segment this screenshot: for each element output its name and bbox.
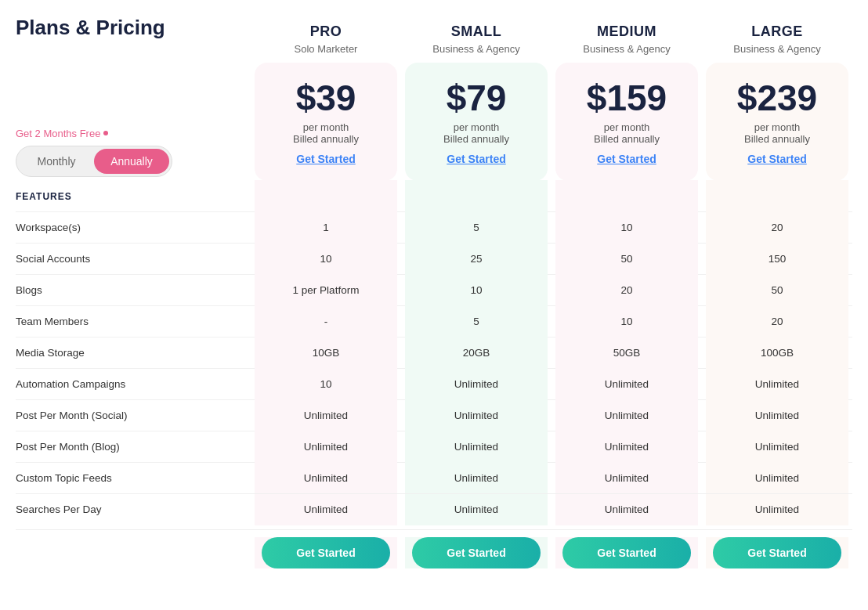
feature-val-7-0: Unlimited [255,431,397,462]
feature-label-2: Blogs [16,284,251,296]
feature-row-8: Custom Topic FeedsUnlimitedUnlimitedUnli… [16,463,852,494]
feature-val-0-2: 10 [555,211,698,243]
plan-price-large: $239 per month Billed annually Get Start… [706,63,848,181]
bottom-get-started-small[interactable]: Get Started [412,537,541,568]
annually-toggle[interactable]: Annually [94,149,169,174]
feature-label-9: Searches Per Day [16,504,251,515]
period-pro: per month [262,121,389,133]
plan-subtitle-small: Business & Agency [405,43,548,55]
billing-medium: Billed annually [563,133,690,145]
feature-rows-container: Workspace(s)151020Social Accounts1025501… [16,212,852,525]
features-wrapper: FEATURES Workspace(s)151020Social Accoun… [16,181,852,576]
feature-val-3-3: 20 [706,305,848,337]
features-label-row: FEATURES [16,181,852,212]
plan-header-pro: PRO Solo Marketer [251,16,401,63]
feature-row-5: Automation Campaigns10UnlimitedUnlimited… [16,369,852,400]
feature-label-4: Media Storage [16,347,251,359]
feature-val-5-0: 10 [255,368,397,399]
period-large: per month [714,121,841,133]
feature-val-5-1: Unlimited [405,368,548,399]
billing-pro: Billed annually [262,133,389,145]
btn-cell-pro: Get Started [255,537,397,568]
feature-val-9-1: Unlimited [405,494,548,525]
feature-label-8: Custom Topic Feeds [16,472,251,484]
feat-header-medium [555,180,698,211]
feature-val-2-0: 1 per Platform [255,274,397,305]
feature-val-1-0: 10 [255,243,397,274]
bottom-cta-row: Get Started Get Started Get Started Get … [16,529,852,576]
get-started-link-medium[interactable]: Get Started [563,153,690,165]
btn-cell-small: Get Started [405,537,548,568]
feature-val-4-1: 20GB [405,337,548,368]
plan-card-medium: $159 per month Billed annually Get Start… [555,63,698,181]
feature-val-1-2: 50 [555,243,698,274]
feature-values-8: UnlimitedUnlimitedUnlimitedUnlimited [251,462,852,493]
period-small: per month [413,121,540,133]
feature-values-9: UnlimitedUnlimitedUnlimitedUnlimited [251,494,852,525]
feature-val-2-3: 50 [706,274,848,305]
feature-row-3: Team Members-51020 [16,306,852,337]
feature-row-1: Social Accounts102550150 [16,244,852,275]
feature-val-3-1: 5 [405,305,548,337]
feature-val-0-1: 5 [405,211,548,243]
feat-header-large [706,180,848,211]
feature-values-2: 1 per Platform102050 [251,274,852,305]
feature-val-2-2: 20 [555,274,698,305]
feature-values-5: 10UnlimitedUnlimitedUnlimited [251,368,852,399]
billing-toggle[interactable]: Monthly Annually [16,146,172,177]
feature-label-0: Workspace(s) [16,222,251,233]
feature-values-7: UnlimitedUnlimitedUnlimitedUnlimited [251,431,852,462]
feature-val-4-2: 50GB [555,337,698,368]
price-cards-row: $39 per month Billed annually Get Starte… [251,63,852,181]
plan-price-pro: $39 per month Billed annually Get Starte… [255,63,397,181]
features-label: FEATURES [16,190,251,202]
price-small: $79 [413,78,540,118]
price-medium: $159 [563,78,690,118]
feature-val-3-2: 10 [555,305,698,337]
period-medium: per month [563,121,690,133]
feature-label-7: Post Per Month (Blog) [16,441,251,453]
feature-row-7: Post Per Month (Blog)UnlimitedUnlimitedU… [16,431,852,463]
bottom-get-started-large[interactable]: Get Started [713,537,841,568]
feature-values-4: 10GB20GB50GB100GB [251,337,852,368]
feature-val-8-0: Unlimited [255,462,397,493]
feature-val-7-1: Unlimited [405,431,548,462]
left-header: Plans & Pricing [16,16,251,40]
top-section: Get 2 Months Free Monthly Annually $39 p… [16,63,852,181]
get-started-link-large[interactable]: Get Started [714,153,841,165]
plan-price-small: $79 per month Billed annually Get Starte… [405,63,548,181]
feature-val-6-0: Unlimited [255,399,397,431]
bottom-get-started-medium[interactable]: Get Started [562,537,691,568]
feature-val-6-3: Unlimited [706,399,848,431]
header-row: Plans & Pricing PRO Solo Marketer SMALL … [16,16,852,63]
btn-cell-large: Get Started [706,537,848,568]
monthly-toggle[interactable]: Monthly [19,149,94,174]
get-started-link-small[interactable]: Get Started [413,153,540,165]
features-val-cells-header [251,180,852,211]
feature-row-6: Post Per Month (Social)UnlimitedUnlimite… [16,400,852,431]
plan-name-medium: MEDIUM [555,23,698,40]
feature-val-4-0: 10GB [255,337,397,368]
price-large: $239 [714,78,841,118]
left-top: Get 2 Months Free Monthly Annually [16,63,251,181]
feature-val-1-1: 25 [405,243,548,274]
plan-name-pro: PRO [255,23,397,40]
plan-header-medium: MEDIUM Business & Agency [552,16,702,63]
feature-val-7-3: Unlimited [706,431,848,462]
feature-row-2: Blogs1 per Platform102050 [16,275,852,306]
plan-card-large: $239 per month Billed annually Get Start… [706,63,848,181]
feature-val-4-3: 100GB [706,337,848,368]
get-free-label: Get 2 Months Free [16,128,251,139]
plans-header: PRO Solo Marketer SMALL Business & Agenc… [251,16,852,63]
feature-row-9: Searches Per DayUnlimitedUnlimitedUnlimi… [16,494,852,525]
feature-val-9-3: Unlimited [706,494,848,525]
feature-val-0-0: 1 [255,211,397,243]
feature-row-4: Media Storage10GB20GB50GB100GB [16,337,852,369]
plan-name-small: SMALL [405,23,548,40]
feature-label-3: Team Members [16,316,251,327]
bottom-get-started-pro[interactable]: Get Started [262,537,390,568]
get-started-link-pro[interactable]: Get Started [262,153,389,165]
plan-header-large: LARGE Business & Agency [702,16,852,63]
feature-val-8-1: Unlimited [405,462,548,493]
feature-val-9-2: Unlimited [555,494,698,525]
